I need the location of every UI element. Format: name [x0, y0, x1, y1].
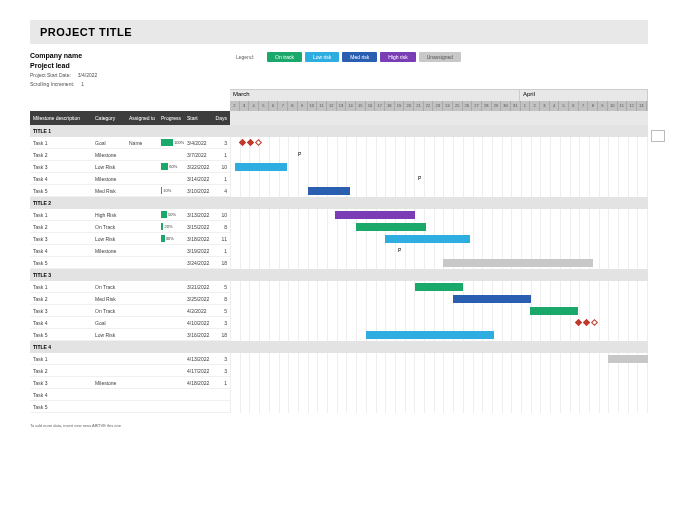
- day-cell: 13: [337, 101, 347, 111]
- start-cell: 4/18/2022: [184, 380, 212, 386]
- col-category: Category: [92, 115, 126, 121]
- task-row[interactable]: Task 5Med Risk 10%3/10/20224: [30, 185, 230, 197]
- start-cell: 3/7/2022: [184, 152, 212, 158]
- task-row[interactable]: Task 4: [30, 389, 230, 401]
- task-cell: Task 5: [30, 404, 92, 410]
- task-row[interactable]: Task 3Low Risk 30%3/18/202211: [30, 233, 230, 245]
- day-cell: 29: [492, 101, 502, 111]
- task-row[interactable]: Task 53/24/202218: [30, 257, 230, 269]
- company-name: Company name: [30, 52, 230, 59]
- task-cell: Milestone: [92, 152, 126, 158]
- gantt-row: [230, 329, 648, 341]
- gantt-bar[interactable]: [308, 187, 350, 195]
- project-lead: Project lead: [30, 62, 230, 69]
- gantt-bar[interactable]: [608, 355, 648, 363]
- milestone-marker: P: [418, 175, 421, 181]
- day-cell: 9: [598, 101, 608, 111]
- task-cell: Task 4: [30, 320, 92, 326]
- task-cell: Milestone: [92, 380, 126, 386]
- progress-cell: 100%: [158, 139, 184, 146]
- day-cell: 22: [424, 101, 434, 111]
- task-row[interactable]: Task 3Milestone4/18/20221: [30, 377, 230, 389]
- task-row[interactable]: Task 1GoalName 100%3/4/20223: [30, 137, 230, 149]
- days-cell: 1: [212, 380, 230, 386]
- task-row[interactable]: Task 4Goal4/10/20223: [30, 317, 230, 329]
- gantt-row: P: [230, 149, 648, 161]
- task-cell: Low Risk: [92, 164, 126, 170]
- task-cell: Low Risk: [92, 236, 126, 242]
- gantt-bar[interactable]: [235, 163, 287, 171]
- start-cell: 3/15/2022: [184, 224, 212, 230]
- start-cell: 4/2/2022: [184, 308, 212, 314]
- gantt-bar[interactable]: [366, 331, 494, 339]
- days-cell: 18: [212, 332, 230, 338]
- task-row[interactable]: Task 2Milestone3/7/20221: [30, 149, 230, 161]
- gantt-bar[interactable]: [415, 283, 463, 291]
- legend-medrisk: Med risk: [342, 52, 377, 62]
- day-cell: 20: [404, 101, 414, 111]
- day-cell: 5: [559, 101, 569, 111]
- col-description: Milestone description: [30, 115, 92, 121]
- day-cell: 23: [433, 101, 443, 111]
- start-cell: 3/24/2022: [184, 260, 212, 266]
- section-title: TITLE 2: [33, 200, 51, 206]
- gantt-bar[interactable]: [443, 259, 593, 267]
- day-cell: 14: [346, 101, 356, 111]
- task-row[interactable]: Task 4Milestone3/14/20221: [30, 173, 230, 185]
- task-cell: Task 5: [30, 332, 92, 338]
- task-row[interactable]: Task 1On Track3/21/20225: [30, 281, 230, 293]
- task-row[interactable]: Task 2On Track 20%3/15/20228: [30, 221, 230, 233]
- day-cell: 7: [278, 101, 288, 111]
- task-row[interactable]: Task 2Med Risk3/25/20228: [30, 293, 230, 305]
- legend-ontrack: On track: [267, 52, 302, 62]
- days-cell: 3: [212, 140, 230, 146]
- col-start: Start: [184, 115, 212, 121]
- gantt-row: [230, 305, 648, 317]
- gantt-bar[interactable]: [335, 211, 415, 219]
- day-cell: 8: [588, 101, 598, 111]
- section-title-row: TITLE 2: [30, 197, 230, 209]
- gantt-bar[interactable]: [453, 295, 531, 303]
- start-cell: 3/14/2022: [184, 176, 212, 182]
- milestone-marker: P: [298, 151, 301, 157]
- milestone-marker: P: [398, 247, 401, 253]
- task-row[interactable]: Task 5: [30, 401, 230, 413]
- project-title: PROJECT TITLE: [40, 26, 638, 38]
- gantt-row: [230, 209, 648, 221]
- gantt-bar[interactable]: [530, 307, 578, 315]
- days-cell: 8: [212, 224, 230, 230]
- start-cell: 3/21/2022: [184, 284, 212, 290]
- goal-diamond-icon: [575, 319, 582, 326]
- gantt-row: [230, 293, 648, 305]
- gantt-bar[interactable]: [356, 223, 426, 231]
- task-row[interactable]: Task 1High Risk 50%3/13/202210: [30, 209, 230, 221]
- legend-highrisk: High risk: [380, 52, 415, 62]
- start-cell: 3/22/2022: [184, 164, 212, 170]
- gantt-chart: PPP: [230, 125, 648, 413]
- side-selection-box[interactable]: [651, 130, 665, 142]
- task-row[interactable]: Task 4Milestone3/19/20221: [30, 245, 230, 257]
- task-cell: Task 4: [30, 248, 92, 254]
- gantt-section-row: [230, 125, 648, 137]
- task-cell: Task 3: [30, 164, 92, 170]
- gantt-row: [230, 389, 648, 401]
- start-cell: 3/18/2022: [184, 236, 212, 242]
- task-row[interactable]: Task 3Low Risk 60%3/22/202210: [30, 161, 230, 173]
- day-cell: 18: [385, 101, 395, 111]
- task-row[interactable]: Task 14/13/20223: [30, 353, 230, 365]
- task-cell: Task 5: [30, 188, 92, 194]
- task-row[interactable]: Task 24/17/20223: [30, 365, 230, 377]
- goal-diamond-icon: [583, 319, 590, 326]
- task-row[interactable]: Task 3On Track4/2/20225: [30, 305, 230, 317]
- gantt-bar[interactable]: [385, 235, 470, 243]
- day-row: 2345678910111213141516171819202122232425…: [230, 101, 648, 111]
- day-cell: 10: [308, 101, 318, 111]
- task-row[interactable]: Task 5Low Risk3/16/202218: [30, 329, 230, 341]
- start-cell: 3/4/2022: [184, 140, 212, 146]
- day-cell: 1: [521, 101, 531, 111]
- start-cell: 3/13/2022: [184, 212, 212, 218]
- gantt-row: [230, 353, 648, 365]
- task-cell: Task 2: [30, 152, 92, 158]
- start-cell: 3/25/2022: [184, 296, 212, 302]
- gantt-section-row: [230, 341, 648, 353]
